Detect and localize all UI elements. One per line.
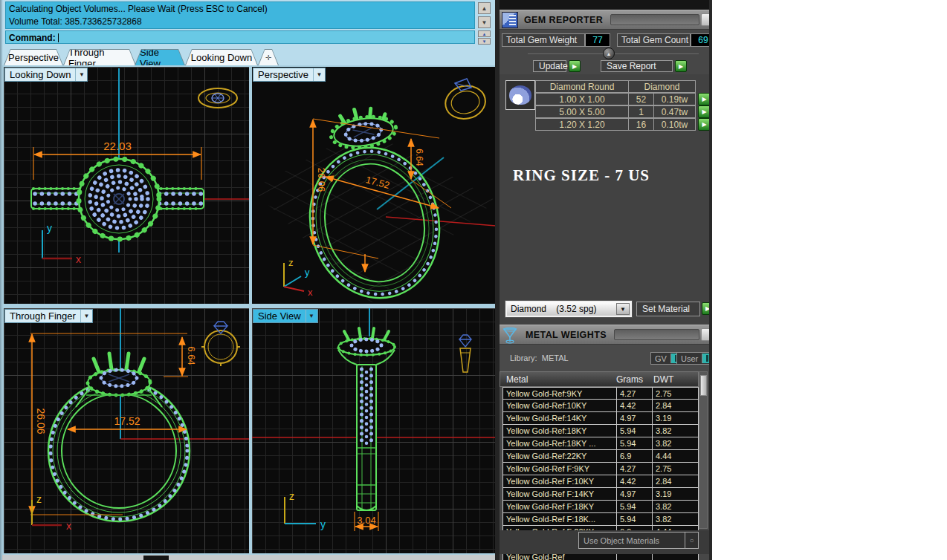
ring-front-ghost-icon: [201, 322, 240, 366]
tab-perspective[interactable]: Perspective: [4, 49, 63, 65]
tab-through-finger[interactable]: Through Finger: [63, 49, 136, 65]
gem-col-header-type: Diamond: [628, 80, 696, 93]
command-history[interactable]: Calculating Object Volumes... Please Wai…: [5, 1, 475, 29]
viewport-perspective[interactable]: 26.06 6.64 17.52 z y x: [252, 67, 496, 304]
save-report-go-button[interactable]: ▶: [675, 60, 687, 72]
metal-name-cell: Yellow Gold-Ref:22KY: [502, 450, 617, 463]
chevron-down-icon[interactable]: ▼: [81, 313, 92, 319]
viewport-label-through-finger[interactable]: Through Finger ▼: [4, 309, 93, 323]
set-material-button[interactable]: Set Material: [636, 302, 700, 316]
user-toggle[interactable]: User: [676, 352, 712, 365]
text-caret: [58, 33, 59, 42]
metal-table-row[interactable]: Yellow Gold-Ref F:10KY 4.42 2.84: [502, 475, 699, 488]
metal-table-row[interactable]: Yellow Gold-Ref:14KY 4.97 3.19: [502, 412, 699, 425]
update-button[interactable]: Update: [533, 60, 566, 72]
viewport-label-looking-down[interactable]: Looking Down ▼: [4, 68, 88, 82]
viewport-side-view[interactable]: 3.04 z y Side View ▼: [252, 308, 496, 553]
looking-down-drawing: 22.03 y x: [4, 67, 249, 304]
gem-row-go-button[interactable]: ▶: [698, 105, 711, 118]
header-handle[interactable]: [701, 328, 711, 341]
metal-dwt-cell: 4.44: [653, 450, 699, 463]
metal-table-row[interactable]: Yellow Gold-Ref F:14KY 4.97 3.19: [502, 488, 699, 501]
metal-table-row[interactable]: Yellow Gold-Ref F:18KY 5.94 3.82: [502, 501, 699, 513]
metal-table-row[interactable]: Yellow Gold-Ref:18KY 5.94 3.82: [502, 425, 699, 437]
tab-add-new[interactable]: ✛: [258, 49, 279, 65]
metal-name-cell: Yellow Gold-Ref F:9KY: [502, 463, 617, 475]
gem-size-cell: 1.20 X 1.20: [535, 118, 629, 131]
metal-table-row[interactable]: Yellow Gold-Ref:22KY 6.9 4.44: [502, 450, 699, 463]
metal-grams-cell: 4.97: [617, 488, 653, 501]
update-go-button[interactable]: ▶: [569, 60, 581, 72]
viewport-label-side-view[interactable]: Side View ▼: [253, 309, 318, 323]
scroll-up-button[interactable]: ▲: [478, 2, 491, 14]
metal-dwt-cell: 3.19: [653, 412, 699, 425]
ring-size-text: RING SIZE - 7 US: [513, 166, 650, 185]
command-prompt-label: Command:: [9, 33, 56, 43]
metal-table-row[interactable]: Yellow Gold-Ref F:9KY 4.27 2.75: [502, 463, 699, 475]
save-report-button[interactable]: Save Report: [601, 60, 673, 72]
metal-dwt-cell: 2.84: [653, 475, 699, 488]
viewport-tab-bar: Perspective Through Finger Side View Loo…: [2, 45, 497, 65]
metal-table-row[interactable]: Yellow Gold-Ref:10KY 4.42 2.84: [502, 400, 699, 412]
axis-z-label: z: [289, 490, 294, 502]
collapse-arrow-icon: ▲: [607, 51, 612, 56]
chevron-down-icon[interactable]: ▼: [76, 71, 87, 78]
gem-preview-image[interactable]: [505, 80, 535, 110]
dwt-column-header: DWT: [653, 374, 673, 385]
metal-dwt-cell: 2.84: [653, 400, 699, 412]
command-input[interactable]: Command:: [5, 30, 475, 44]
gem-row-go-button[interactable]: ▶: [698, 118, 711, 131]
viewport-looking-down[interactable]: 22.03 y x: [4, 67, 249, 304]
metal-table-row[interactable]: Yellow Gold-Ref:18KY ... 5.94 3.82: [502, 437, 699, 450]
dim-head-height: 6.64: [186, 346, 197, 365]
tab-looking-down[interactable]: Looking Down: [185, 49, 258, 65]
metal-name-cell: Yellow Gold-Ref F:18K...: [502, 513, 617, 526]
metal-table-header[interactable]: Metal Grams DWT: [500, 371, 699, 387]
scroll-down-button[interactable]: ▼: [478, 16, 491, 28]
chevron-down-icon[interactable]: ▼: [314, 71, 325, 78]
axis-x-label: x: [76, 253, 81, 265]
scrollbar-thumb[interactable]: [700, 375, 707, 396]
chevron-down-icon[interactable]: ▼: [616, 303, 630, 315]
metal-column-header: Metal: [506, 374, 616, 385]
metal-table-row[interactable]: Yellow Gold-Ref F:18K... 5.94 3.82: [502, 513, 699, 526]
spinner-down-button[interactable]: ▼: [478, 38, 491, 45]
metal-grams-cell: 4.42: [617, 400, 653, 412]
gem-table: 1.00 X 1.00 52 0.19tw ▶ 5.00 X 5.00 1 0.…: [535, 92, 712, 130]
gem-table-row[interactable]: 1.00 X 1.00 52 0.19tw ▶: [535, 93, 712, 105]
green-arrow-icon: ▶: [679, 63, 683, 70]
gem-table-row[interactable]: 5.00 X 5.00 1 0.47tw ▶: [535, 105, 712, 117]
material-selected-value: Diamond (3.52 spg): [507, 304, 616, 314]
panel-collapse-knob[interactable]: ▲: [603, 48, 615, 59]
metal-name-cell: Yellow Gold-Ref:18KY: [502, 425, 617, 437]
green-arrow-icon: ▶: [705, 305, 710, 312]
scroll-down-icon: ▼: [482, 19, 488, 26]
tab-side-view[interactable]: Side View: [135, 49, 185, 65]
gem-weight-cell: 0.10tw: [653, 118, 696, 131]
dim-height: 26.06: [316, 168, 327, 192]
metal-name-cell: Yellow Gold-Ref F:18KY: [502, 501, 617, 513]
spinner-up-button[interactable]: ▲: [478, 30, 491, 37]
gem-table-row[interactable]: 1.20 X 1.20 16 0.10tw ▶: [535, 118, 712, 130]
viewport-label-perspective[interactable]: Perspective ▼: [253, 68, 326, 82]
metal-name-cell: Yellow Gold-Ref:18KY ...: [502, 437, 617, 450]
material-select[interactable]: Diamond (3.52 spg) ▼: [505, 301, 632, 317]
metal-dwt-cell: 2.75: [653, 463, 699, 475]
gem-row-go-button[interactable]: ▶: [698, 93, 711, 105]
set-material-go-button[interactable]: ▶: [702, 302, 712, 315]
app-window: Calculating Object Volumes... Please Wai…: [0, 0, 947, 560]
metal-table-scrollbar[interactable]: [699, 371, 708, 529]
viewport-through-finger[interactable]: 26.06 17.52 6.64 z x: [4, 308, 249, 553]
radio-icon[interactable]: ○: [685, 533, 698, 548]
axis-z-label: z: [36, 493, 42, 505]
metal-weights-header[interactable]: METAL WEIGHTS: [500, 325, 712, 345]
header-handle[interactable]: [701, 13, 711, 26]
dim-ring-width: 22.03: [103, 140, 132, 152]
gem-reporter-header[interactable]: GEM REPORTER: [500, 10, 712, 30]
metal-table-row[interactable]: Yellow Gold-Ref:9KY 4.27 2.75: [502, 387, 699, 400]
gem-count-cell: 16: [628, 118, 654, 131]
ring-side-ghost-icon: [198, 88, 237, 108]
use-object-materials-control[interactable]: Use Object Materials ○: [578, 532, 699, 549]
chevron-down-icon[interactable]: ▼: [306, 313, 317, 319]
gem-count-cell: 52: [628, 93, 654, 105]
